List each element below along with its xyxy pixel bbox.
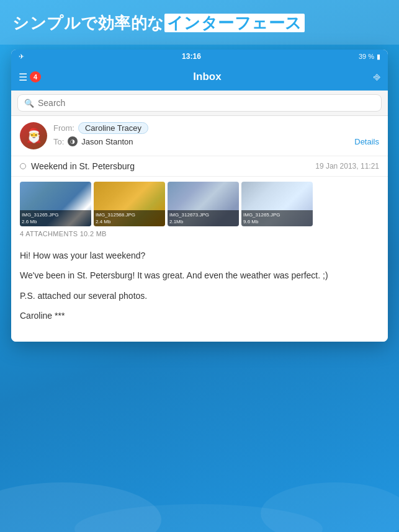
subject-text: Weekend in St. Petersburg xyxy=(31,161,135,171)
attachment-1[interactable]: IMG_31265.JPG 2.6 Mb xyxy=(20,182,91,226)
unread-badge: 4 xyxy=(30,71,41,82)
body-line1: Hi! How was your last weekend? xyxy=(20,249,379,262)
nav-bar: ☰ 4 Inbox ⎆ xyxy=(11,63,388,91)
details-link[interactable]: Details xyxy=(354,137,379,146)
search-wrapper[interactable]: 🔍 xyxy=(17,94,382,112)
to-row: To: ◑ Jason Stanton Details xyxy=(53,136,379,146)
status-bar: ✈ 13:16 39 % ▮ xyxy=(11,50,388,63)
attachment-4[interactable]: IMG_31265.JPG 9.6 Mb xyxy=(241,182,313,226)
email-body: Hi! How was your last weekend? We've bee… xyxy=(11,241,388,342)
subject-left: Weekend in St. Petersburg xyxy=(20,161,135,171)
to-avatar-small: ◑ xyxy=(68,136,78,146)
battery-text: 39 % xyxy=(359,53,374,60)
search-icon: 🔍 xyxy=(24,99,34,108)
thumb-label-4: IMG_31265.JPG 9.6 Mb xyxy=(241,210,313,226)
subject-row: Weekend in St. Petersburg 19 Jan 2013, 1… xyxy=(11,156,388,177)
status-bar-right: 39 % ▮ xyxy=(359,53,380,61)
body-line4: Caroline *** xyxy=(20,309,379,322)
body-line2: We've been in St. Petersburg! It was gre… xyxy=(20,268,379,282)
thumb-label-2: IMG_312568.JPG 2.4 Mb xyxy=(94,210,165,226)
compose-icon[interactable]: ⎆ xyxy=(374,71,380,84)
header-title-part2: インターフェース xyxy=(164,14,305,32)
thumb-label-3: IMG_312673.JPG 2.1Mb xyxy=(168,210,239,226)
from-label: From: xyxy=(53,123,74,133)
status-bar-left: ✈ xyxy=(19,53,24,61)
avatar: 🎅 xyxy=(20,122,47,149)
header-title: シンプルで効率的なインターフェース xyxy=(12,13,305,34)
battery-icon: ▮ xyxy=(377,53,380,61)
search-bar: 🔍 xyxy=(11,91,388,116)
nav-left: ☰ 4 xyxy=(19,71,41,83)
body-line3: P.S. attached our several photos. xyxy=(20,289,379,303)
email-header: 🎅 From: Caroline Tracey To: ◑ Jason Stan… xyxy=(11,116,388,156)
nav-title: Inbox xyxy=(193,71,221,83)
from-row: From: Caroline Tracey xyxy=(53,122,379,134)
date-text: 19 Jan 2013, 11:21 xyxy=(315,162,379,171)
to-name: Jason Stanton xyxy=(81,137,351,146)
attachments-row: IMG_31265.JPG 2.6 Mb IMG_312568.JPG 2.4 … xyxy=(11,177,388,229)
attach-count: 4 ATTACHMENTS 10.2 Mb xyxy=(11,229,388,241)
header-title-part1: シンプルで効率的な xyxy=(12,14,164,32)
from-name: Caroline Tracey xyxy=(78,122,148,134)
search-input[interactable] xyxy=(38,98,375,108)
thumb-label-1: IMG_31265.JPG 2.6 Mb xyxy=(20,210,91,226)
attachment-3[interactable]: IMG_312673.JPG 2.1Mb xyxy=(168,182,239,226)
menu-icon[interactable]: ☰ xyxy=(19,71,27,83)
airplane-icon: ✈ xyxy=(19,53,24,61)
status-bar-time: 13:16 xyxy=(182,52,201,61)
email-meta: From: Caroline Tracey To: ◑ Jason Stanto… xyxy=(53,122,379,146)
attachment-2[interactable]: IMG_312568.JPG 2.4 Mb xyxy=(94,182,165,226)
email-view: 🎅 From: Caroline Tracey To: ◑ Jason Stan… xyxy=(11,116,388,342)
unread-dot xyxy=(20,163,26,169)
device-frame: ✈ 13:16 39 % ▮ ☰ 4 Inbox ⎆ 🔍 🎅 From: xyxy=(11,50,388,342)
header-banner: シンプルで効率的なインターフェース xyxy=(0,0,399,45)
to-label: To: xyxy=(53,137,64,146)
